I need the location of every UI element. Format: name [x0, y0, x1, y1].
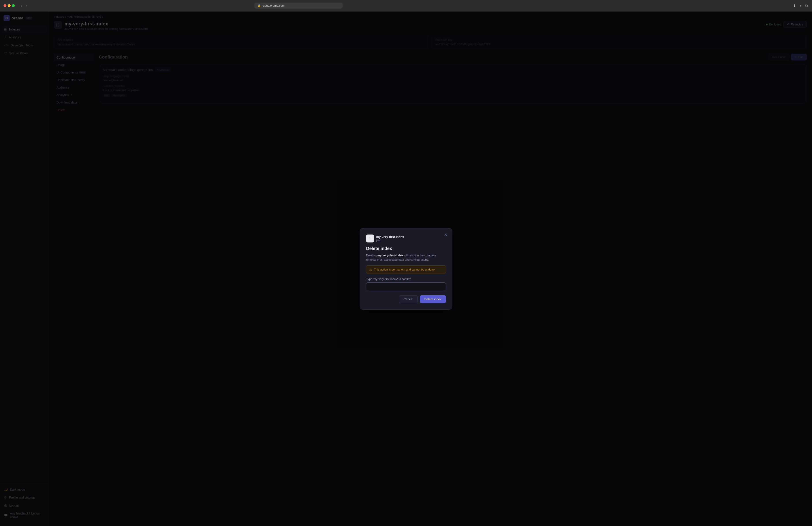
modal-description: Deleting my-very-first-index will result… [366, 253, 446, 262]
delete-index-button[interactable]: Delete index [420, 295, 446, 303]
close-traffic-light[interactable] [3, 4, 6, 7]
new-tab-button[interactable]: + [799, 3, 802, 9]
modal-actions: Cancel Delete index [366, 295, 446, 303]
modal-index-type: json [376, 239, 404, 242]
modal-index-name: my-very-first-index [376, 235, 404, 239]
back-button[interactable]: ‹ [19, 3, 23, 9]
modal-title: Delete index [366, 246, 446, 251]
confirm-label: Type 'my-very-first-index' to confirm [366, 278, 446, 281]
cancel-button[interactable]: Cancel [399, 295, 418, 303]
modal-index-info: my-very-first-index json [376, 235, 404, 242]
modal-overlay: ✕ { } my-very-first-index json Delete in… [0, 12, 812, 526]
modal-index-icon: { } [366, 234, 374, 242]
warning-text: This action is permanent and cannot be u… [374, 268, 435, 271]
confirm-input[interactable] [366, 282, 446, 291]
tabs-button[interactable]: ⧉ [804, 3, 809, 9]
traffic-lights [3, 4, 15, 7]
lock-icon: 🔒 [258, 4, 261, 7]
url-text: cloud.orama.com [263, 4, 285, 7]
modal-desc-bold: my-very-first-index [377, 254, 403, 257]
forward-button[interactable]: › [24, 3, 28, 9]
warning-icon: ⚠ [369, 268, 372, 271]
address-bar[interactable]: 🔒 cloud.orama.com [255, 3, 343, 9]
delete-index-modal: ✕ { } my-very-first-index json Delete in… [360, 228, 452, 310]
share-button[interactable]: ⬆ [792, 3, 797, 9]
modal-index-header: { } my-very-first-index json [366, 234, 446, 242]
modal-desc-prefix: Deleting [366, 254, 377, 257]
modal-close-button[interactable]: ✕ [443, 232, 449, 238]
maximize-traffic-light[interactable] [12, 4, 15, 7]
minimize-traffic-light[interactable] [8, 4, 11, 7]
browser-chrome: ‹ › 🔒 cloud.orama.com ⬆ + ⧉ [0, 0, 812, 12]
warning-box: ⚠ This action is permanent and cannot be… [366, 266, 446, 274]
browser-navigation: ‹ › [19, 3, 28, 9]
browser-actions: ⬆ + ⧉ [792, 3, 809, 9]
